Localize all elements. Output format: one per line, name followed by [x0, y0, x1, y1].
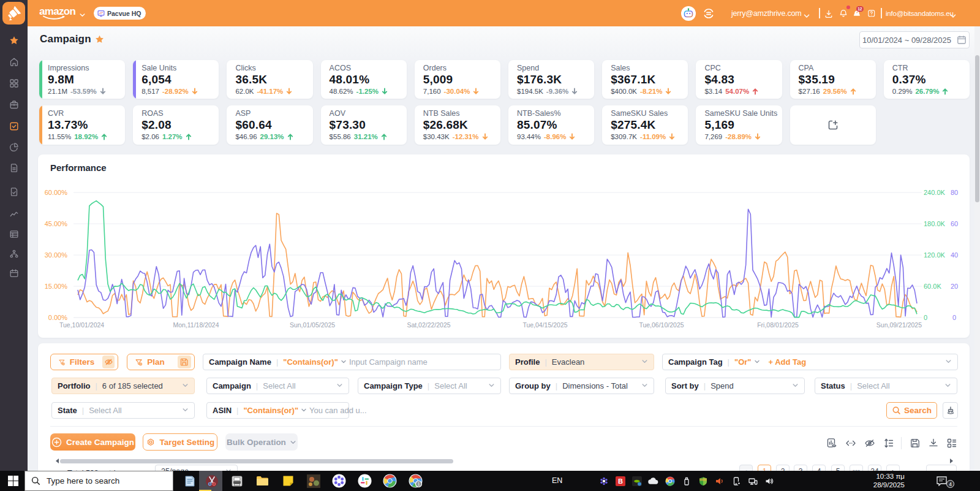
- svg-text:180.0K: 180.0K: [924, 220, 946, 227]
- svg-text:Sat,02/22/2025: Sat,02/22/2025: [407, 321, 450, 329]
- svg-text:60.0K: 60.0K: [924, 283, 941, 290]
- svg-text:120.0K: 120.0K: [924, 251, 946, 259]
- svg-text:30.00%: 30.00%: [45, 251, 68, 259]
- svg-text:Sun,01/05/2025: Sun,01/05/2025: [290, 321, 335, 329]
- svg-text:amazon: amazon: [39, 6, 75, 17]
- svg-text:1: 1: [417, 481, 420, 487]
- svg-text:0: 0: [924, 314, 927, 321]
- svg-text:0.00%: 0.00%: [48, 314, 67, 321]
- svg-text:B: B: [618, 478, 623, 485]
- svg-text:Tue,06/10/2025: Tue,06/10/2025: [639, 321, 684, 329]
- svg-text:40: 40: [951, 251, 958, 259]
- svg-text:15.00%: 15.00%: [45, 283, 68, 290]
- svg-text:Tue,10/01/2024: Tue,10/01/2024: [59, 321, 104, 329]
- svg-text:60.00%: 60.00%: [45, 189, 68, 196]
- svg-text:20: 20: [951, 283, 958, 290]
- svg-text:45.00%: 45.00%: [45, 220, 68, 227]
- svg-text:Mon,11/18/2024: Mon,11/18/2024: [173, 321, 219, 329]
- svg-text:80: 80: [951, 189, 958, 196]
- svg-text:60: 60: [951, 220, 958, 227]
- svg-text:240.0K: 240.0K: [924, 189, 946, 196]
- svg-text:0: 0: [952, 314, 956, 321]
- svg-text:Sun,09/21/2025: Sun,09/21/2025: [876, 321, 922, 329]
- svg-text:Fri,08/01/2025: Fri,08/01/2025: [757, 321, 799, 329]
- svg-text:Tue,04/15/2025: Tue,04/15/2025: [522, 321, 567, 329]
